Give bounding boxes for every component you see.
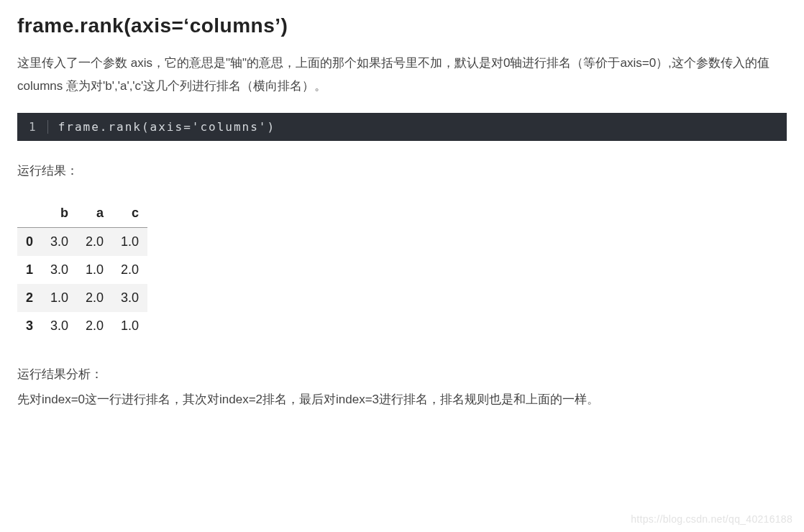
row-index: 2	[17, 284, 42, 312]
row-index: 0	[17, 227, 42, 256]
table-corner	[17, 199, 42, 228]
code-text: frame.rank(axis='columns')	[58, 120, 275, 134]
table-cell: 1.0	[42, 284, 77, 312]
table-cell: 2.0	[77, 312, 112, 340]
page-title: frame.rank(axis=‘columns’)	[17, 14, 787, 37]
table-row: 1 3.0 1.0 2.0	[17, 256, 147, 284]
code-block: 1 frame.rank(axis='columns')	[17, 113, 787, 141]
code-line-number: 1	[29, 120, 48, 134]
row-index: 3	[17, 312, 42, 340]
table-row: 2 1.0 2.0 3.0	[17, 284, 147, 312]
row-index: 1	[17, 256, 42, 284]
table-col-header: b	[42, 199, 77, 228]
analysis-text: 先对index=0这一行进行排名，其次对index=2排名，最后对index=3…	[17, 388, 787, 411]
analysis-label: 运行结果分析：	[17, 366, 787, 382]
table-cell: 3.0	[42, 227, 77, 256]
table-cell: 3.0	[112, 284, 147, 312]
table-cell: 3.0	[42, 312, 77, 340]
table-cell: 3.0	[42, 256, 77, 284]
table-row: 0 3.0 2.0 1.0	[17, 227, 147, 256]
description-text: 这里传入了一个参数 axis，它的意思是"轴"的意思，上面的那个如果括号里不加，…	[17, 52, 787, 98]
table-cell: 2.0	[112, 256, 147, 284]
table-col-header: a	[77, 199, 112, 228]
result-label: 运行结果：	[17, 162, 787, 179]
table-cell: 1.0	[77, 256, 112, 284]
table-cell: 2.0	[77, 227, 112, 256]
result-table: b a c 0 3.0 2.0 1.0 1 3.0 1.0 2.0 2 1.0 …	[17, 199, 147, 340]
table-cell: 1.0	[112, 312, 147, 340]
table-cell: 1.0	[112, 227, 147, 256]
table-row: 3 3.0 2.0 1.0	[17, 312, 147, 340]
table-cell: 2.0	[77, 284, 112, 312]
table-col-header: c	[112, 199, 147, 228]
